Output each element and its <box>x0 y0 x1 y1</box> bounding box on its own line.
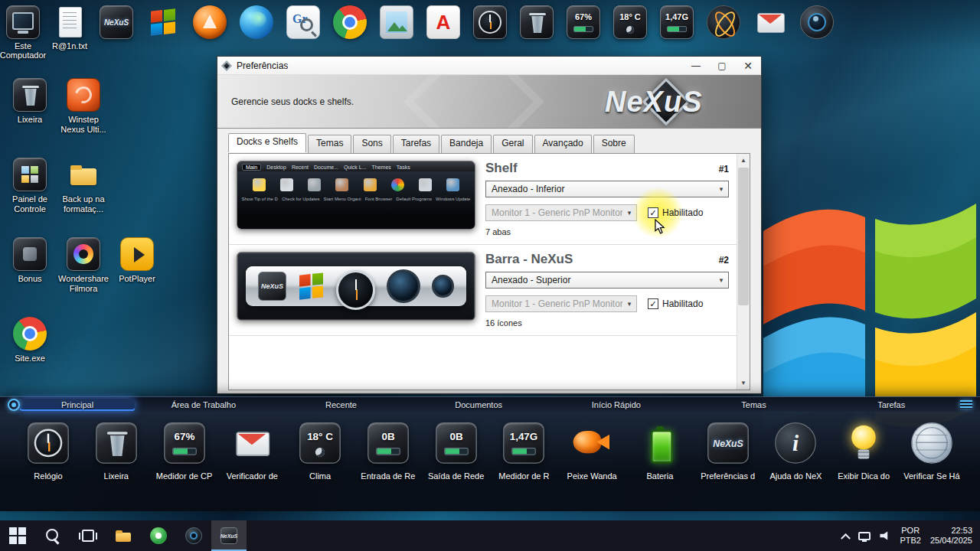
dock-item-label: R@1n.txt <box>43 41 96 51</box>
scrollbar[interactable]: ▲ ▼ <box>737 154 750 390</box>
shelf-item-sai-da-de-rede[interactable]: 0BSaída de Rede <box>426 422 486 481</box>
dock-item-pdf[interactable] <box>426 5 460 51</box>
dock-item-camera[interactable] <box>800 5 834 51</box>
dock-item-chrome[interactable] <box>333 5 367 51</box>
dock-item-meter[interactable]: 1,47G <box>660 5 694 51</box>
desktop-icon-painel-de-controle[interactable]: Painel de Controle <box>3 155 57 234</box>
badge-text: 67% <box>165 432 204 442</box>
shelf-item-lixeira[interactable]: Lixeira <box>87 422 146 481</box>
dock-thumbnail: NeXuS <box>237 252 475 321</box>
desktop-icon-back-up-na-formatac[interactable]: Back up na formataç... <box>57 155 110 234</box>
shelf-tab-tarefas[interactable]: Tarefas <box>822 399 960 411</box>
camera-app-button[interactable] <box>176 520 211 551</box>
tab-geral[interactable]: Geral <box>493 135 532 153</box>
shelf-item-label: Bateria <box>646 471 673 481</box>
tab-sons[interactable]: Sons <box>353 135 390 153</box>
clock-indicator[interactable]: 22:53 25/04/2025 <box>930 526 972 546</box>
shelf-item-medidor-de-cp[interactable]: 67%Medidor de CP <box>155 422 214 481</box>
shelf-item-relo-gio[interactable]: Relógio <box>18 422 78 481</box>
nexus-mini-icon: NeXuS <box>258 272 286 301</box>
shelf-item-verificador-de[interactable]: Verificador de <box>222 422 282 481</box>
volume-icon[interactable] <box>880 531 890 540</box>
mouse-cursor <box>654 219 665 237</box>
tab-sobre[interactable]: Sobre <box>593 135 635 153</box>
dock-item-nexus[interactable]: NeXuS <box>100 5 133 51</box>
shelf-tab-a-rea-de-trabalho[interactable]: Área de Trabalho <box>135 399 273 411</box>
dock-item-r-1n-txt[interactable]: R@1n.txt <box>53 5 87 51</box>
tab-temas[interactable]: Temas <box>308 135 351 153</box>
shelf-item-prefere-ncias-d[interactable]: NeXuSPreferências d <box>698 422 758 481</box>
attach-position-dropdown[interactable]: Anexado - Inferior▾ <box>485 181 729 197</box>
file-explorer-button[interactable] <box>106 520 141 551</box>
desktop-icon-site-exe[interactable]: Site.exe <box>3 314 57 393</box>
meter-icon: 1,47G <box>504 422 545 464</box>
dock-item-photo[interactable] <box>380 5 413 51</box>
enabled-checkbox[interactable]: ✓ <box>648 298 658 309</box>
shelf-item-label: Preferências d <box>701 471 755 481</box>
shelf-item-peixe-wanda[interactable]: Peixe Wanda <box>562 422 622 481</box>
shelf-tab-temas[interactable]: Temas <box>685 399 823 411</box>
shelf-tab-recente[interactable]: Recente <box>273 399 410 411</box>
dock-item-weather[interactable]: 18° C <box>613 5 647 51</box>
shelf-item-bateria[interactable]: Bateria <box>630 422 690 481</box>
shelf-tab-ini-cio-ra-pido[interactable]: Início Rápido <box>547 399 685 411</box>
enabled-checkbox[interactable]: ✓ <box>648 207 658 218</box>
media-app-button[interactable] <box>141 520 176 551</box>
task-view-button[interactable] <box>70 520 106 551</box>
desktop-icon-winstep-nexus-ulti[interactable]: Winstep Nexus Ulti... <box>57 75 110 155</box>
shelf-item-verificar-se-ha[interactable]: Verificar Se Há <box>902 422 962 481</box>
tab-docks-e-shelfs[interactable]: Docks e Shelfs <box>228 133 306 152</box>
window-titlebar[interactable]: Preferências — ▢ ✕ <box>217 57 761 75</box>
folder-icon <box>67 158 100 191</box>
desktop-icon-lixeira[interactable]: Lixeira <box>3 75 57 155</box>
minimize-button[interactable]: — <box>683 57 709 74</box>
chevron-down-icon: ▾ <box>714 185 728 193</box>
meter-icon: 67% <box>567 5 600 39</box>
scroll-thumb[interactable] <box>738 168 749 305</box>
shelf-item-label: Saída de Rede <box>428 471 484 481</box>
icon-text: Gr <box>287 6 319 38</box>
search-button[interactable] <box>35 520 70 551</box>
tab-bandeja[interactable]: Bandeja <box>441 135 492 153</box>
desktop-icon-potplayer[interactable]: PotPlayer <box>110 234 164 314</box>
scroll-down-icon[interactable]: ▼ <box>737 377 750 390</box>
dock-item-clock[interactable] <box>473 5 507 51</box>
shelf-settings-icon[interactable] <box>8 399 20 411</box>
enabled-checkbox-group: ✓Habilitado <box>648 298 703 309</box>
camera-small-mini-icon <box>432 275 454 298</box>
desktop-icon-bonus[interactable]: Bonus <box>3 234 57 314</box>
shelf-tab-principal[interactable]: Principal <box>20 399 135 411</box>
dock-item-recycle-bin[interactable] <box>520 5 554 51</box>
dock-item-avast[interactable] <box>193 5 227 51</box>
attach-position-dropdown[interactable]: Anexado - Superior▾ <box>485 272 729 289</box>
close-button[interactable]: ✕ <box>735 57 761 74</box>
tab-avanc-ado[interactable]: Avançado <box>534 135 592 153</box>
maximize-button[interactable]: ▢ <box>709 57 735 74</box>
folder-icon <box>115 527 132 544</box>
dock-item-este-computador[interactable]: Este Computador <box>6 5 40 51</box>
dock-item-windows[interactable] <box>146 5 180 51</box>
network-icon[interactable] <box>858 532 871 540</box>
shelf-collapse-icon[interactable] <box>960 400 972 409</box>
tray-expand-icon[interactable] <box>841 533 851 543</box>
dock-item-gr[interactable]: Gr <box>286 5 320 51</box>
dock-item-atom[interactable] <box>707 5 740 51</box>
nexus-app-button[interactable]: NeXuS <box>211 520 247 551</box>
start-button[interactable] <box>0 520 35 551</box>
shelf-item-ajuda-do-nex[interactable]: Ajuda do NeX <box>766 422 825 481</box>
tab-tarefas[interactable]: Tarefas <box>393 135 439 153</box>
shelf-tab-documentos[interactable]: Documentos <box>410 399 547 411</box>
desktop-icon-label: Winstep Nexus Ulti... <box>57 115 110 134</box>
dock-item-edge[interactable] <box>240 5 273 51</box>
dock-item-mail[interactable] <box>753 5 787 51</box>
dock-entry-info: Barra - NeXuS#2Anexado - Superior▾Monito… <box>485 252 732 328</box>
shelf-item-exibir-dica-do[interactable]: Exibir Dica do <box>834 422 893 481</box>
shelf-item-entrada-de-re[interactable]: 0BEntrada de Re <box>358 422 418 481</box>
scroll-up-icon[interactable]: ▲ <box>737 154 750 167</box>
dock-item-meter[interactable]: 67% <box>567 5 600 51</box>
language-indicator[interactable]: POR PTB2 <box>900 526 921 546</box>
dock-entry-2: NeXuSBarra - NeXuS#2Anexado - Superior▾M… <box>229 245 737 336</box>
shelf-item-medidor-de-r[interactable]: 1,47GMedidor de R <box>494 422 554 481</box>
shelf-item-clima[interactable]: 18° CClima <box>290 422 350 481</box>
desktop-icon-wondershare-filmora[interactable]: Wondershare Filmora <box>57 234 110 314</box>
